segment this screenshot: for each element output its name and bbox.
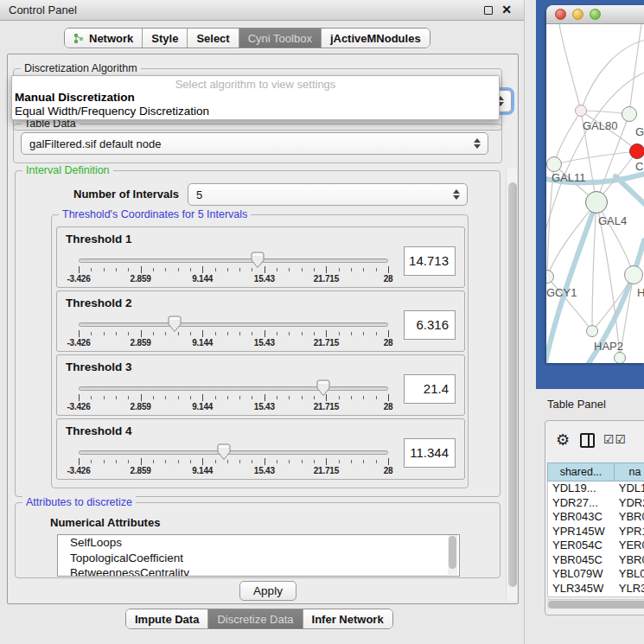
zoom-traffic-light[interactable] bbox=[590, 9, 601, 20]
slider-track[interactable] bbox=[79, 450, 388, 455]
threshold-slider[interactable]: -3.4262.8599.14415.4321.71528 bbox=[79, 443, 388, 478]
network-node[interactable] bbox=[624, 265, 643, 284]
table-cell[interactable]: YLR345W bbox=[548, 582, 615, 596]
table-cell[interactable]: YPR1 bbox=[615, 525, 644, 539]
float-window-icon[interactable] bbox=[484, 6, 493, 15]
tab-style[interactable]: Style bbox=[143, 29, 188, 48]
table-cell[interactable]: YER0 bbox=[615, 539, 644, 553]
table-horizontal-scrollbar[interactable] bbox=[547, 599, 644, 609]
table-row[interactable]: YDL19...YDL1 bbox=[548, 481, 644, 496]
tick-mark bbox=[339, 268, 340, 271]
table-cell[interactable]: YIL052C bbox=[548, 596, 615, 597]
tick-mark bbox=[215, 396, 216, 399]
tick-mark bbox=[227, 396, 228, 399]
threshold-slider[interactable]: -3.4262.8599.14415.4321.71528 bbox=[79, 379, 388, 414]
threshold-value-field[interactable]: 21.4 bbox=[404, 374, 456, 404]
table-data-combobox[interactable]: galFiltered.sif default node bbox=[21, 132, 488, 155]
network-node[interactable] bbox=[629, 143, 644, 159]
gear-icon[interactable]: ⚙ bbox=[556, 430, 570, 450]
tick-mark bbox=[277, 460, 277, 463]
table-row[interactable]: YER054CYER0 bbox=[548, 539, 644, 553]
table-row[interactable]: YBR043CYBR0 bbox=[548, 510, 644, 525]
minimize-traffic-light[interactable] bbox=[572, 9, 583, 20]
column-header-shared[interactable]: shared... bbox=[547, 462, 615, 481]
slider-track[interactable] bbox=[79, 322, 388, 327]
tab-network[interactable]: Network bbox=[65, 29, 143, 48]
network-node[interactable] bbox=[585, 191, 608, 214]
tab-jactivemnodules[interactable]: jActiveMNodules bbox=[322, 29, 430, 48]
table-cell[interactable]: YIL0 bbox=[615, 596, 644, 597]
tick-label: 9.144 bbox=[192, 466, 213, 475]
table-cell[interactable]: YDL19... bbox=[548, 481, 615, 496]
apply-button[interactable]: Apply bbox=[239, 581, 296, 601]
close-traffic-light[interactable] bbox=[555, 9, 566, 20]
combo-stepper-icon[interactable] bbox=[453, 188, 461, 201]
tick-mark bbox=[302, 460, 303, 463]
list-scrollbar-thumb[interactable] bbox=[449, 536, 456, 569]
number-of-intervals-label: Number of Intervals bbox=[73, 188, 179, 201]
column-header-name[interactable]: na bbox=[615, 462, 644, 481]
list-item[interactable]: SelfLoops bbox=[58, 535, 459, 551]
network-node[interactable] bbox=[586, 325, 598, 337]
list-scrollbar[interactable] bbox=[448, 535, 457, 575]
table-row[interactable]: YLR345WYLR3 bbox=[548, 582, 644, 596]
table-cell[interactable]: YPR145W bbox=[548, 525, 615, 539]
list-item[interactable]: BetweennessCentrality bbox=[58, 565, 459, 577]
tick-mark bbox=[141, 394, 142, 401]
tick-mark bbox=[190, 396, 191, 399]
network-node[interactable] bbox=[614, 352, 626, 363]
table-scrollbar-thumb[interactable] bbox=[548, 601, 644, 609]
dropdown-option-equal-width-frequency[interactable]: Equal Width/Frequency Discretization bbox=[15, 105, 209, 118]
tab-discretize-data[interactable]: Discretize Data bbox=[208, 609, 303, 628]
table-cell[interactable]: YLR3 bbox=[615, 582, 644, 596]
table-cell[interactable]: YDR27... bbox=[548, 496, 615, 511]
tick-mark bbox=[215, 268, 216, 271]
threshold-value-field[interactable]: 14.713 bbox=[404, 246, 456, 276]
panel-scrollbar[interactable] bbox=[506, 169, 517, 601]
table-cell[interactable]: YBR0 bbox=[615, 553, 644, 568]
table-cell[interactable]: YDR2 bbox=[615, 496, 644, 511]
table-cell[interactable]: YBR043C bbox=[548, 510, 615, 525]
tick-mark bbox=[376, 396, 377, 399]
tab-select[interactable]: Select bbox=[188, 29, 239, 48]
table-cell[interactable]: YBR0 bbox=[615, 510, 644, 525]
checkbox-filter-icon[interactable]: ☑☑ bbox=[603, 432, 627, 446]
tick-mark bbox=[178, 268, 179, 271]
network-node[interactable] bbox=[546, 156, 562, 172]
column-layout-icon[interactable] bbox=[580, 433, 595, 448]
slider-track[interactable] bbox=[79, 386, 388, 391]
network-node[interactable] bbox=[575, 105, 587, 117]
table-cell[interactable]: YBL079W bbox=[548, 567, 615, 582]
table-body[interactable]: YDL19...YDL1YDR27...YDR2YBR043CYBR0YPR14… bbox=[547, 481, 644, 597]
threshold-value-field[interactable]: 6.316 bbox=[404, 310, 456, 340]
table-cell[interactable]: YBR045C bbox=[548, 553, 615, 568]
table-cell[interactable]: YDL1 bbox=[615, 481, 644, 496]
tick-mark bbox=[178, 460, 179, 463]
network-node[interactable] bbox=[622, 106, 637, 122]
table-row[interactable]: YDR27...YDR2 bbox=[548, 496, 644, 511]
tab-infer-network[interactable]: Infer Network bbox=[303, 609, 392, 628]
number-of-intervals-combobox[interactable]: 5 bbox=[188, 183, 468, 206]
tick-mark bbox=[116, 268, 117, 271]
network-graph-icon bbox=[73, 33, 85, 44]
table-cell[interactable]: YBL0 bbox=[615, 567, 644, 582]
numerical-attributes-list[interactable]: SelfLoopsTopologicalCoefficientBetweenne… bbox=[57, 534, 460, 577]
combo-stepper-icon[interactable] bbox=[474, 137, 481, 150]
threshold-value-field[interactable]: 11.344 bbox=[404, 438, 456, 468]
threshold-slider[interactable]: -3.4262.8599.14415.4321.71528 bbox=[79, 252, 388, 286]
network-canvas[interactable]: GAL80GACGAL11GAL4GCY1HHAP2 bbox=[546, 24, 644, 363]
table-row[interactable]: YBL079WYBL0 bbox=[548, 567, 644, 582]
slider-track[interactable] bbox=[79, 258, 388, 263]
threshold-slider[interactable]: -3.4262.8599.14415.4321.71528 bbox=[79, 316, 388, 350]
close-icon[interactable]: ✕ bbox=[501, 3, 512, 16]
panel-scrollbar-thumb[interactable] bbox=[508, 182, 517, 587]
table-row[interactable]: YIL052CYIL0 bbox=[548, 596, 644, 597]
table-cell[interactable]: YER054C bbox=[548, 539, 615, 553]
table-row[interactable]: YPR145WYPR1 bbox=[548, 525, 644, 539]
table-row[interactable]: YBR045CYBR0 bbox=[548, 553, 644, 568]
dropdown-option-manual-discretization[interactable]: Manual Discretization bbox=[15, 91, 135, 104]
tab-impute-data[interactable]: Impute Data bbox=[126, 609, 208, 628]
tab-cyni-toolbox[interactable]: Cyni Toolbox bbox=[239, 29, 322, 48]
list-item[interactable]: TopologicalCoefficient bbox=[58, 551, 459, 566]
slider-tick-labels: -3.4262.8599.14415.4321.71528 bbox=[79, 274, 388, 284]
